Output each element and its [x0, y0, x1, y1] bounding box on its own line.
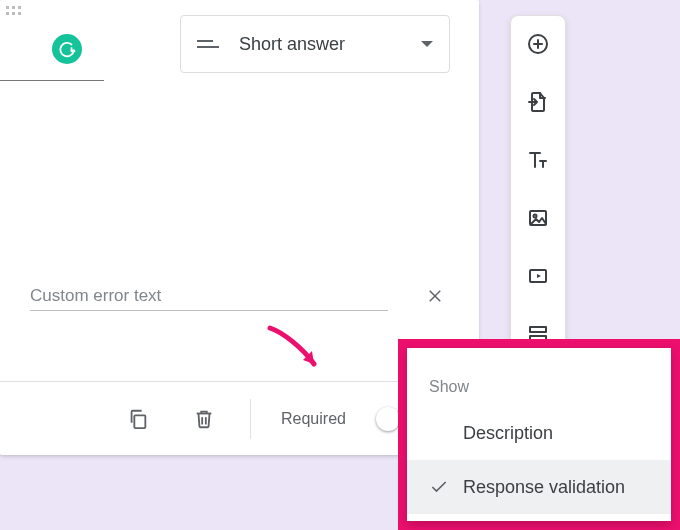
delete-button[interactable] [184, 399, 224, 439]
drag-handle-icon[interactable] [6, 6, 24, 15]
import-questions-button[interactable] [518, 82, 558, 122]
add-title-button[interactable] [518, 140, 558, 180]
side-toolbar [510, 15, 566, 363]
chevron-down-icon [421, 41, 433, 47]
svg-rect-12 [530, 336, 546, 341]
close-icon [426, 287, 444, 305]
grammarly-icon[interactable] [52, 34, 82, 64]
menu-header: Show [407, 368, 671, 406]
clear-error-button[interactable] [417, 278, 453, 314]
menu-item-label: Description [463, 423, 649, 444]
title-icon [526, 148, 550, 172]
toggle-knob [376, 407, 400, 431]
add-question-button[interactable] [518, 24, 558, 64]
question-type-label: Short answer [239, 34, 345, 55]
video-icon [526, 264, 550, 288]
duplicate-icon [127, 408, 149, 430]
duplicate-button[interactable] [118, 399, 158, 439]
required-label: Required [281, 410, 346, 428]
import-icon [526, 90, 550, 114]
menu-item-response-validation[interactable]: Response validation [407, 460, 671, 514]
trash-icon [193, 408, 215, 430]
plus-circle-icon [526, 32, 550, 56]
add-image-button[interactable] [518, 198, 558, 238]
svg-rect-11 [530, 327, 546, 332]
custom-error-input[interactable] [30, 282, 388, 311]
menu-item-description[interactable]: Description [407, 406, 671, 460]
svg-point-9 [534, 215, 537, 218]
question-title-underline [0, 80, 104, 81]
short-answer-icon [197, 40, 219, 48]
section-icon [526, 322, 550, 346]
svg-rect-2 [134, 415, 145, 428]
question-type-dropdown[interactable]: Short answer [180, 15, 450, 73]
footer-divider [250, 399, 251, 439]
checkmark-icon [429, 477, 463, 497]
error-text-row [30, 278, 453, 314]
image-icon [526, 206, 550, 230]
menu-item-label: Response validation [463, 477, 649, 498]
add-video-button[interactable] [518, 256, 558, 296]
more-options-menu: Show Description Response validation [407, 348, 671, 521]
